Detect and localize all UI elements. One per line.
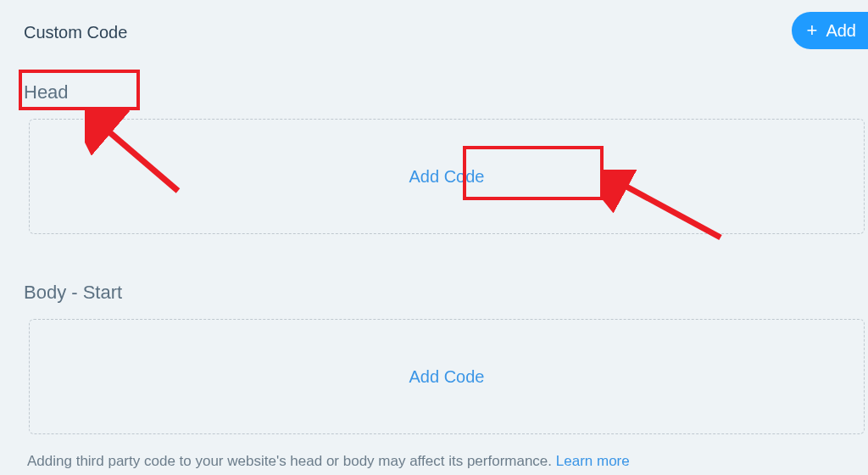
section-head-label: Head [24,81,868,103]
footer-note: Adding third party code to your website'… [27,453,630,470]
add-button-label: Add [826,21,856,41]
footer-note-text: Adding third party code to your website'… [27,453,556,469]
section-body-start-label: Body - Start [24,282,868,304]
body-start-code-slot[interactable]: Add Code [29,319,865,434]
add-code-button-head[interactable]: Add Code [409,167,485,187]
learn-more-link[interactable]: Learn more [556,453,630,469]
header-row: Custom Code [24,15,868,49]
section-head: Head Add Code [24,81,868,234]
custom-code-settings-page: Custom Code + Add Head Add Code Body - S… [0,0,868,475]
add-code-button-body-start[interactable]: Add Code [409,367,485,387]
add-custom-code-button[interactable]: + Add [792,12,868,49]
page-title: Custom Code [24,23,127,42]
head-code-slot[interactable]: Add Code [29,119,865,234]
plus-icon: + [807,21,818,40]
section-body-start: Body - Start Add Code [24,282,868,434]
